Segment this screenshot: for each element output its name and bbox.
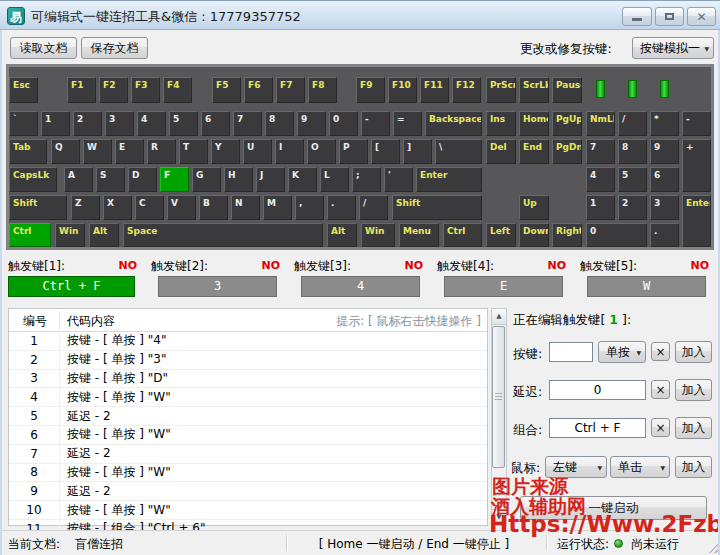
minimize-button[interactable] bbox=[622, 7, 652, 26]
key-'[interactable]: ' bbox=[384, 167, 413, 192]
key-3[interactable]: 3 bbox=[650, 195, 679, 220]
key--[interactable]: - bbox=[682, 111, 711, 136]
trigger-key-button[interactable]: E bbox=[444, 276, 563, 297]
key-PrScr[interactable]: PrScr bbox=[486, 77, 516, 103]
key-Z[interactable]: Z bbox=[71, 195, 100, 220]
key-Alt[interactable]: Alt bbox=[89, 223, 119, 247]
key-Shift[interactable]: Shift bbox=[9, 195, 67, 220]
key-ScrLk[interactable]: ScrLk bbox=[519, 77, 549, 103]
key--[interactable]: - bbox=[361, 111, 390, 136]
key-/[interactable]: / bbox=[618, 111, 647, 136]
key-T[interactable]: T bbox=[179, 139, 208, 164]
key-Esc[interactable]: Esc bbox=[9, 77, 38, 103]
key-5[interactable]: 5 bbox=[169, 111, 198, 136]
key-C[interactable]: C bbox=[135, 195, 164, 220]
key-/[interactable]: / bbox=[359, 195, 388, 220]
key-clear-button[interactable]: × bbox=[651, 342, 670, 361]
table-row[interactable]: 3按键 - [ 单按 ] "D" bbox=[9, 370, 487, 389]
key-Y[interactable]: Y bbox=[211, 139, 240, 164]
key-F11[interactable]: F11 bbox=[420, 77, 449, 103]
key-join-button[interactable]: 加入 bbox=[675, 341, 712, 363]
key-;[interactable]: ; bbox=[352, 167, 381, 192]
key-O[interactable]: O bbox=[307, 139, 336, 164]
scroll-up-icon[interactable]: ▲ bbox=[492, 309, 506, 325]
key-1[interactable]: 1 bbox=[586, 195, 615, 220]
delay-join-button[interactable]: 加入 bbox=[675, 379, 712, 401]
key-Win[interactable]: Win bbox=[55, 223, 85, 247]
key-*[interactable]: * bbox=[650, 111, 679, 136]
key-E[interactable]: E bbox=[115, 139, 144, 164]
key-mode-dropdown[interactable]: 单按▼ bbox=[598, 341, 646, 363]
key-K[interactable]: K bbox=[288, 167, 317, 192]
key-F1[interactable]: F1 bbox=[67, 77, 96, 103]
key-NmLk[interactable]: NmLk bbox=[586, 111, 615, 136]
mouse-action-dropdown[interactable]: 单击▼ bbox=[610, 456, 670, 478]
key-F3[interactable]: F3 bbox=[131, 77, 160, 103]
key-F10[interactable]: F10 bbox=[388, 77, 417, 103]
key-Ctrl[interactable]: Ctrl bbox=[443, 223, 482, 247]
key-=[interactable]: = bbox=[393, 111, 422, 136]
key-Tab[interactable]: Tab bbox=[9, 139, 47, 164]
key-input[interactable] bbox=[549, 342, 593, 362]
key-4[interactable]: 4 bbox=[137, 111, 166, 136]
key-PgUp[interactable]: PgUp bbox=[552, 111, 582, 136]
delay-clear-button[interactable]: × bbox=[651, 380, 670, 399]
table-row[interactable]: 8按键 - [ 单按 ] "W" bbox=[9, 464, 487, 483]
key-X[interactable]: X bbox=[103, 195, 132, 220]
key-9[interactable]: 9 bbox=[650, 139, 679, 164]
key-Pause[interactable]: Pause bbox=[552, 77, 582, 103]
key-][interactable]: ] bbox=[403, 139, 432, 164]
table-row[interactable]: 6按键 - [ 单按 ] "W" bbox=[9, 426, 487, 445]
key-R[interactable]: R bbox=[147, 139, 176, 164]
key-F5[interactable]: F5 bbox=[212, 77, 241, 103]
key-Ctrl[interactable]: Ctrl bbox=[9, 223, 51, 247]
key-Left[interactable]: Left bbox=[486, 223, 516, 247]
key-2[interactable]: 2 bbox=[73, 111, 102, 136]
key-F[interactable]: F bbox=[160, 167, 189, 192]
key-CapsLk[interactable]: CapsLk bbox=[9, 167, 57, 192]
key-.[interactable]: . bbox=[650, 223, 679, 247]
key-Menu[interactable]: Menu bbox=[399, 223, 439, 247]
save-doc-button[interactable]: 保存文档 bbox=[81, 37, 148, 59]
key-4[interactable]: 4 bbox=[586, 167, 615, 192]
maximize-button[interactable] bbox=[655, 7, 684, 26]
key-Home[interactable]: Home bbox=[519, 111, 549, 136]
key-\[interactable]: \ bbox=[435, 139, 482, 164]
key-.[interactable]: . bbox=[327, 195, 356, 220]
key-Right[interactable]: Right bbox=[552, 223, 582, 247]
key-,[interactable]: , bbox=[295, 195, 324, 220]
trigger-key-button[interactable]: 4 bbox=[301, 276, 420, 297]
key-S[interactable]: S bbox=[96, 167, 125, 192]
key-Alt[interactable]: Alt bbox=[327, 223, 357, 247]
key-Down[interactable]: Down bbox=[519, 223, 549, 247]
key-Backspace[interactable]: Backspace bbox=[425, 111, 482, 136]
key-Q[interactable]: Q bbox=[51, 139, 80, 164]
key-H[interactable]: H bbox=[224, 167, 253, 192]
table-row[interactable]: 2按键 - [ 单按 ] "3" bbox=[9, 351, 487, 370]
delay-input[interactable]: 0 bbox=[549, 380, 646, 400]
mouse-join-button[interactable]: 加入 bbox=[675, 456, 712, 478]
key-Enter[interactable]: Enter bbox=[682, 195, 711, 247]
table-row[interactable]: 5延迟 - 2 bbox=[9, 407, 487, 426]
key-9[interactable]: 9 bbox=[297, 111, 326, 136]
key-`[interactable]: ` bbox=[9, 111, 38, 136]
key-J[interactable]: J bbox=[256, 167, 285, 192]
trigger-key-button[interactable]: Ctrl + F bbox=[8, 276, 135, 297]
key-0[interactable]: 0 bbox=[586, 223, 647, 247]
key-5[interactable]: 5 bbox=[618, 167, 647, 192]
close-button[interactable]: ✕ bbox=[687, 7, 716, 26]
key-Enter[interactable]: Enter bbox=[416, 167, 482, 192]
key-Up[interactable]: Up bbox=[519, 195, 549, 220]
key-6[interactable]: 6 bbox=[201, 111, 230, 136]
key-A[interactable]: A bbox=[64, 167, 93, 192]
key-F12[interactable]: F12 bbox=[452, 77, 481, 103]
resize-grip-icon[interactable] bbox=[706, 541, 718, 553]
key-8[interactable]: 8 bbox=[265, 111, 294, 136]
table-row[interactable]: 9延迟 - 2 bbox=[9, 482, 487, 501]
key-0[interactable]: 0 bbox=[329, 111, 358, 136]
combo-input[interactable]: Ctrl + F bbox=[549, 418, 646, 438]
key-U[interactable]: U bbox=[243, 139, 272, 164]
key-F7[interactable]: F7 bbox=[276, 77, 305, 103]
table-row[interactable]: 7延迟 - 2 bbox=[9, 445, 487, 464]
key-F6[interactable]: F6 bbox=[244, 77, 273, 103]
